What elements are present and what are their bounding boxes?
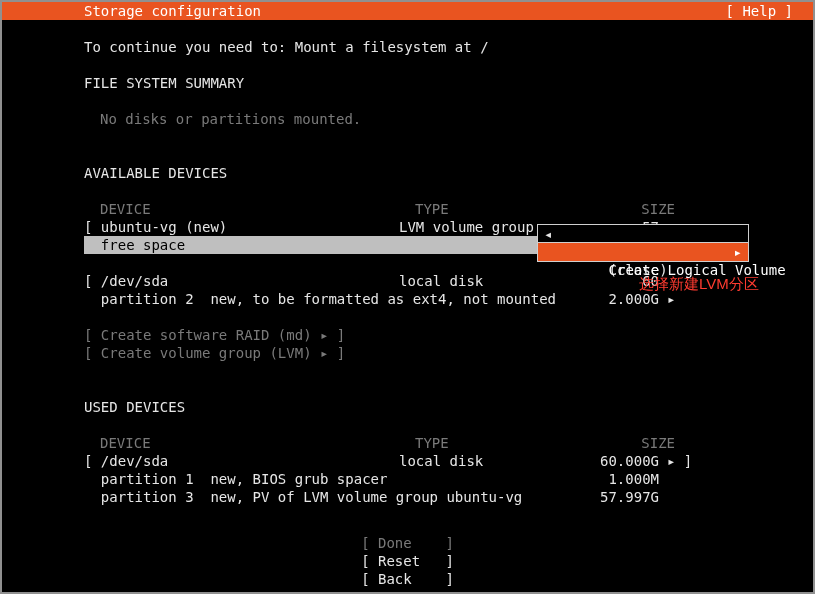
help-button[interactable]: [ Help ] xyxy=(726,2,793,20)
available-row-partition-2[interactable]: partition 2 new, to be formatted as ext4… xyxy=(84,290,731,308)
reset-button[interactable]: [ Reset ] xyxy=(2,552,813,570)
col-size: SIZE xyxy=(605,200,675,218)
used-row-dev-sda[interactable]: [ /dev/sda local disk 60.000G ▸ ] xyxy=(84,452,731,470)
fs-summary-heading: FILE SYSTEM SUMMARY xyxy=(84,74,731,92)
triangle-left-icon: ◂ xyxy=(544,225,552,243)
back-button[interactable]: [ Back ] xyxy=(2,570,813,588)
context-menu: ◂ (close) Create Logical Volume ▸ xyxy=(537,224,749,262)
title-bar: Storage configuration [ Help ] xyxy=(2,2,813,20)
menu-close[interactable]: ◂ (close) xyxy=(538,225,748,243)
used-columns: DEVICE TYPE SIZE xyxy=(84,434,731,452)
used-heading: USED DEVICES xyxy=(84,398,731,416)
available-heading: AVAILABLE DEVICES xyxy=(84,164,731,182)
window-title: Storage configuration xyxy=(84,3,261,19)
menu-create-logical-volume[interactable]: Create Logical Volume ▸ xyxy=(537,242,749,262)
available-columns: DEVICE TYPE SIZE xyxy=(84,200,731,218)
footer: [ Done ] [ Reset ] [ Back ] xyxy=(2,534,813,588)
used-row-partition-3[interactable]: partition 3 new, PV of LVM volume group … xyxy=(84,488,731,506)
create-vg-button[interactable]: [ Create volume group (LVM) ▸ ] xyxy=(84,344,731,362)
chevron-right-icon: ▸ ] xyxy=(659,452,697,470)
intro-text: To continue you need to: Mount a filesys… xyxy=(84,38,731,56)
annotation-label: 选择新建LVM分区 xyxy=(639,274,759,294)
triangle-right-icon: ▸ xyxy=(734,243,742,261)
fs-summary-empty: No disks or partitions mounted. xyxy=(84,110,731,128)
done-button[interactable]: [ Done ] xyxy=(2,534,813,552)
col-size: SIZE xyxy=(605,434,675,452)
create-raid-button[interactable]: [ Create software RAID (md) ▸ ] xyxy=(84,326,731,344)
col-device: DEVICE xyxy=(84,434,415,452)
col-type: TYPE xyxy=(415,434,605,452)
col-device: DEVICE xyxy=(84,200,415,218)
used-row-partition-1[interactable]: partition 1 new, BIOS grub spacer 1.000M xyxy=(84,470,731,488)
col-type: TYPE xyxy=(415,200,605,218)
